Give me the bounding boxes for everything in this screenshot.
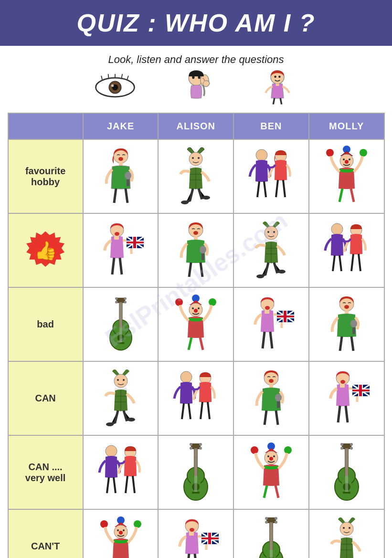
- svg-point-187: [265, 521, 268, 524]
- svg-point-26: [202, 196, 210, 200]
- quiz-table: JAKE ALISON BEN MOLLY favourite hobby: [8, 113, 385, 558]
- svg-point-164: [134, 520, 141, 528]
- svg-point-152: [340, 443, 343, 446]
- cell-bad-alison: [158, 287, 233, 361]
- table-row-cant: CAN'T: [8, 509, 384, 558]
- svg-point-168: [123, 529, 125, 531]
- svg-point-53: [273, 231, 275, 233]
- svg-point-128: [190, 443, 192, 446]
- svg-point-56: [331, 223, 343, 235]
- label-bad: bad: [8, 287, 83, 361]
- cell-hobby-alison: [158, 139, 233, 213]
- subtitle: Look, listen and answer the questions: [0, 53, 392, 66]
- header-corner: [8, 113, 83, 139]
- table-row-thumb: 👍: [8, 213, 384, 287]
- cell-can-ben: [233, 361, 309, 435]
- cell-thumb-jake: [83, 213, 159, 287]
- table-row-bad: bad: [8, 287, 384, 361]
- svg-point-3: [111, 84, 113, 87]
- label-can-very-well: CAN .... very well: [8, 435, 83, 509]
- svg-point-27: [256, 149, 267, 161]
- svg-point-100: [106, 422, 114, 426]
- cell-bad-jake: [83, 287, 159, 361]
- svg-rect-91: [277, 316, 294, 317]
- thumb-icon: 👍: [34, 240, 57, 261]
- cell-cvw-ben: [233, 435, 309, 509]
- label-can: CAN: [8, 361, 83, 435]
- svg-point-198: [349, 527, 350, 529]
- svg-point-186: [265, 517, 268, 520]
- svg-rect-149: [343, 492, 350, 494]
- svg-point-155: [350, 447, 353, 450]
- page-title-bar: QUIZ : WHO AM I ?: [0, 0, 392, 46]
- svg-point-96: [350, 320, 357, 327]
- svg-rect-171: [189, 532, 194, 536]
- svg-point-197: [343, 527, 345, 529]
- svg-rect-16: [275, 83, 279, 85]
- cell-thumb-ben: [233, 213, 309, 287]
- svg-point-14: [274, 75, 276, 77]
- svg-point-105: [269, 379, 274, 383]
- svg-point-83: [265, 306, 270, 310]
- svg-point-99: [123, 379, 125, 381]
- svg-point-37: [115, 232, 119, 236]
- svg-point-93: [344, 305, 349, 309]
- svg-rect-125: [192, 492, 200, 494]
- svg-point-18: [118, 157, 123, 161]
- svg-point-25: [181, 200, 189, 204]
- svg-line-7: [121, 74, 122, 78]
- svg-line-5: [108, 74, 108, 78]
- cell-cvw-alison: [158, 435, 233, 509]
- svg-point-50: [200, 246, 206, 253]
- svg-point-68: [124, 301, 127, 304]
- cell-thumb-alison: [158, 213, 233, 287]
- svg-point-21: [125, 172, 131, 179]
- svg-point-138: [251, 446, 258, 454]
- svg-point-166: [119, 531, 123, 535]
- header-molly: MOLLY: [309, 113, 384, 139]
- table-row-can: CAN: [8, 361, 384, 435]
- thumb-burst: 👍: [24, 229, 67, 272]
- svg-point-29: [326, 149, 334, 157]
- table-header-row: JAKE ALISON BEN MOLLY: [8, 113, 384, 139]
- svg-point-154: [350, 443, 353, 446]
- cell-cant-ben: [233, 509, 309, 558]
- svg-point-31: [360, 149, 367, 157]
- svg-point-66: [115, 301, 118, 304]
- svg-point-65: [115, 297, 118, 300]
- svg-point-12: [198, 75, 200, 79]
- svg-point-119: [106, 445, 117, 457]
- svg-point-131: [199, 447, 202, 450]
- ear-icon: [175, 71, 218, 104]
- cell-bad-ben: [233, 287, 309, 361]
- svg-point-144: [273, 455, 275, 457]
- label-cant: CAN'T: [8, 509, 83, 558]
- svg-point-101: [127, 418, 135, 421]
- svg-point-188: [275, 517, 277, 520]
- label-hobby: favourite hobby: [8, 139, 83, 213]
- svg-point-33: [345, 160, 349, 164]
- icons-row: [0, 71, 392, 104]
- header-jake: JAKE: [83, 113, 159, 139]
- cell-cant-molly: [309, 509, 384, 558]
- svg-point-170: [190, 528, 194, 532]
- svg-point-77: [209, 298, 216, 306]
- table-row-hobby: favourite hobby: [8, 139, 384, 213]
- svg-rect-84: [265, 310, 269, 314]
- svg-point-24: [198, 157, 200, 159]
- question-person-icon: [256, 71, 299, 104]
- svg-point-15: [278, 75, 280, 77]
- svg-point-153: [340, 447, 343, 450]
- svg-point-189: [275, 521, 277, 524]
- svg-rect-62: [117, 342, 124, 344]
- svg-point-51: [265, 226, 278, 240]
- svg-rect-45: [127, 242, 144, 243]
- svg-point-167: [117, 529, 119, 531]
- svg-point-110: [340, 380, 345, 384]
- label-thumb: 👍: [8, 213, 83, 287]
- svg-point-98: [117, 379, 119, 381]
- svg-point-142: [269, 457, 273, 461]
- cell-can-alison: [158, 361, 233, 435]
- cell-cvw-jake: [83, 435, 159, 509]
- svg-point-23: [192, 157, 194, 159]
